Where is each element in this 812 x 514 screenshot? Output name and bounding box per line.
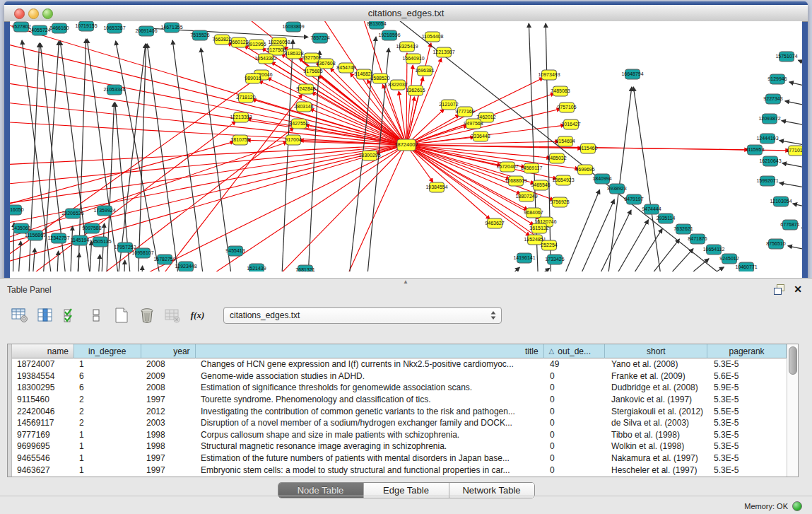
graph-node[interactable]: 9497568: [464, 119, 483, 129]
graph-node[interactable]: 16033809: [282, 22, 304, 32]
graph-node[interactable]: 20691406: [135, 26, 157, 36]
graph-node[interactable]: 8466160: [49, 23, 69, 33]
graph-node[interactable]: 10688609: [505, 176, 526, 186]
graph-node[interactable]: 10460771: [735, 262, 757, 271]
table-row[interactable]: 1938455462009Genome-wide association stu…: [12, 370, 787, 382]
function-icon[interactable]: f(x): [188, 307, 207, 325]
union-icon[interactable]: [86, 307, 105, 325]
graph-node[interactable]: 8186328: [284, 49, 303, 59]
graph-node[interactable]: 14671355: [160, 23, 182, 33]
graph-node[interactable]: 2803144: [294, 102, 313, 112]
graph-node[interactable]: 1362615: [406, 86, 425, 95]
graph-node[interactable]: 24055724: [28, 25, 50, 35]
table-row[interactable]: 911546021997Tourette syndrome. Phenomeno…: [12, 394, 787, 406]
new-table-icon[interactable]: [112, 307, 131, 325]
graph-node[interactable]: 9474444: [642, 204, 661, 214]
delete-icon[interactable]: [137, 307, 156, 325]
graph-node[interactable]: 12342757: [47, 233, 69, 243]
graph-node[interactable]: 9463627: [485, 218, 504, 228]
graph-node[interactable]: 8471876: [688, 234, 707, 244]
graph-node[interactable]: 8912955: [247, 40, 266, 49]
graph-node[interactable]: 16640910: [402, 54, 424, 64]
graph-node[interactable]: 1810755: [230, 135, 249, 145]
graph-node[interactable]: 2336448: [471, 132, 490, 141]
graph-node[interactable]: 12923448: [175, 262, 196, 271]
table-row[interactable]: 946554611997Estimation of the future num…: [12, 452, 787, 465]
table-row[interactable]: 969969511998Structural magnetic resonanc…: [12, 440, 787, 452]
graph-node[interactable]: 19218596: [378, 30, 400, 40]
graph-node[interactable]: 9154694: [555, 136, 575, 146]
graph-node[interactable]: 9115953: [746, 145, 765, 155]
graph-node[interactable]: 1485032: [547, 153, 566, 163]
graph-node[interactable]: 14569117: [521, 163, 543, 173]
graph-node[interactable]: 16782759: [153, 255, 175, 264]
graph-node[interactable]: 9757105: [557, 103, 576, 112]
column-header-in_degree[interactable]: in_degree: [74, 344, 141, 358]
graph-node[interactable]: 9129946: [767, 74, 787, 84]
graph-node[interactable]: 8756510: [766, 239, 785, 249]
graph-node[interactable]: 15720407: [496, 162, 518, 172]
graph-node[interactable]: 9455413: [225, 246, 245, 256]
column-header-short[interactable]: short: [605, 344, 707, 358]
graph-node[interactable]: 18724007: [394, 139, 418, 151]
graph-node[interactable]: 7632621: [673, 224, 693, 234]
graph-node[interactable]: 11054408: [422, 32, 444, 42]
column-header-name[interactable]: name: [12, 344, 74, 358]
graph-node[interactable]: 1733426: [545, 255, 564, 264]
graph-node[interactable]: 1771018: [786, 146, 802, 156]
graph-node[interactable]: 2121072: [439, 100, 458, 110]
graph-node[interactable]: 9777169: [455, 107, 474, 117]
column-select-icon[interactable]: [35, 307, 54, 325]
graph-node[interactable]: 7681321: [295, 265, 314, 271]
graph-node[interactable]: 8322037: [388, 80, 407, 90]
network-canvas[interactable]: 1872400715278022405572484661601071915510…: [10, 21, 802, 271]
graph-node[interactable]: 9465546: [531, 180, 550, 190]
graph-node[interactable]: 12444193: [756, 134, 778, 144]
table-settings-icon[interactable]: [10, 307, 29, 325]
graph-node[interactable]: 9699695: [575, 165, 594, 175]
graph-node[interactable]: 2935114: [657, 214, 676, 223]
graph-node[interactable]: 13654923: [552, 175, 574, 185]
graph-node[interactable]: 18325419: [396, 42, 418, 52]
graph-node[interactable]: 8427552: [289, 119, 308, 129]
graph-node[interactable]: 1615132: [529, 223, 548, 233]
graph-node[interactable]: 14196141: [513, 253, 535, 263]
column-header-title[interactable]: title: [196, 344, 544, 358]
graph-node[interactable]: 11156869: [25, 230, 46, 240]
graph-node[interactable]: 989016: [245, 74, 261, 83]
float-panel-icon[interactable]: [774, 284, 785, 294]
graph-node[interactable]: 7515526: [190, 30, 209, 40]
graph-node[interactable]: 917004: [285, 135, 301, 145]
window-titlebar[interactable]: citations_edges.txt: [4, 5, 808, 22]
network-graph[interactable]: 1872400715278022405572484661601071915510…: [10, 21, 802, 271]
graph-node[interactable]: 2616050: [10, 205, 24, 215]
graph-node[interactable]: 15751074: [775, 52, 797, 62]
close-panel-icon[interactable]: ✕: [794, 284, 802, 294]
row-check-icon[interactable]: [61, 307, 80, 325]
graph-node[interactable]: 9097588: [82, 223, 101, 233]
column-header-pagerank[interactable]: pagerank: [707, 344, 787, 358]
graph-node[interactable]: 19384554: [425, 182, 447, 192]
table-row[interactable]: 977716911998Corpus callosum shape and si…: [12, 429, 787, 441]
graph-node[interactable]: 12093872: [758, 114, 780, 124]
graph-node[interactable]: 9175685: [303, 66, 322, 76]
graph-node[interactable]: 9684067: [524, 208, 543, 218]
graph-node[interactable]: 1145194: [71, 235, 90, 245]
graph-node[interactable]: 8454749: [336, 63, 355, 73]
graph-node[interactable]: 6479197: [624, 194, 643, 204]
column-header-year[interactable]: year: [141, 344, 196, 358]
table-row[interactable]: 946362711997Embryonic stem cells: a mode…: [12, 464, 787, 476]
graph-node[interactable]: 2718120: [236, 93, 255, 103]
graph-node[interactable]: 15992071: [756, 176, 778, 186]
graph-node[interactable]: 7485083: [551, 86, 570, 96]
graph-node[interactable]: 9245012: [719, 254, 739, 264]
splitpane-handle[interactable]: ▲: [401, 279, 410, 284]
graph-node[interactable]: 1840994: [592, 174, 611, 184]
table-row[interactable]: 2242004622012Investigating the contribut…: [12, 405, 787, 417]
graph-node[interactable]: 9227343: [763, 94, 782, 104]
table-row[interactable]: 1872400712008Changes of HCN gene express…: [12, 358, 787, 370]
graph-node[interactable]: 10653287: [103, 23, 125, 33]
graph-node[interactable]: 9756928: [550, 197, 569, 207]
graph-node[interactable]: 8813054: [367, 21, 386, 29]
table-scrollbar[interactable]: [787, 344, 798, 477]
